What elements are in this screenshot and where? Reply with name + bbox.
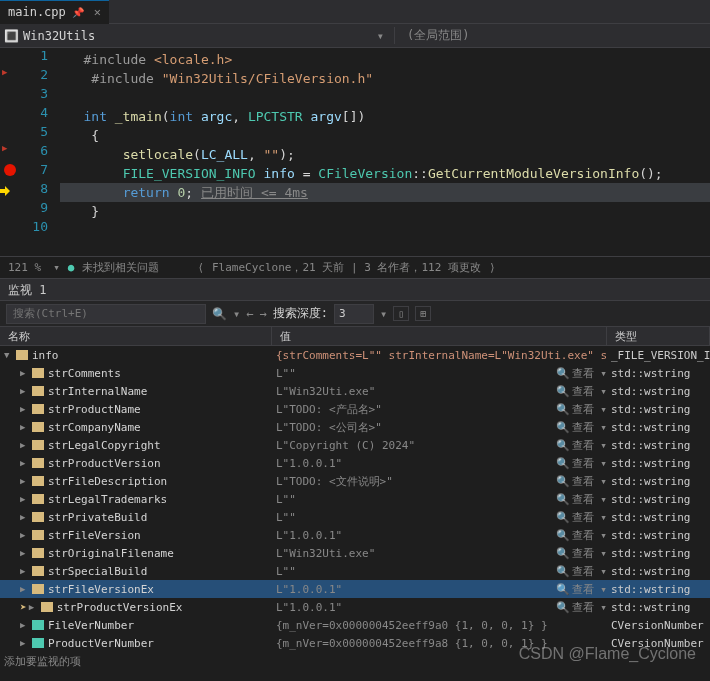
- field-icon: [32, 476, 44, 486]
- close-icon[interactable]: ✕: [94, 5, 101, 19]
- magnify-icon[interactable]: 🔍: [556, 403, 570, 416]
- magnify-icon[interactable]: 🔍: [556, 475, 570, 488]
- nav-back-icon[interactable]: ←: [246, 307, 253, 321]
- watch-row[interactable]: ▶strOriginalFilenameL"Win32Uti.exe"🔍查看 ▾…: [0, 544, 710, 562]
- view-dropdown[interactable]: 查看 ▾: [572, 402, 607, 417]
- watch-row[interactable]: ▶strFileVersionExL"1.0.0.1"🔍查看 ▾std::wst…: [0, 580, 710, 598]
- watch-grid[interactable]: ▼info{strComments=L"" strInternalName=L"…: [0, 346, 710, 652]
- var-type: std::wstring: [607, 385, 710, 398]
- nav-left-icon[interactable]: ⟨: [197, 261, 204, 274]
- codelens-timing[interactable]: 已用时间 <= 4ms: [201, 185, 308, 200]
- watch-panel-title[interactable]: 监视 1: [0, 278, 710, 300]
- scope-module[interactable]: Win32Utils: [23, 29, 95, 43]
- var-value: {strComments=L"" strInternalName=L"Win32…: [276, 349, 607, 362]
- tool-btn-2[interactable]: ⊞: [415, 306, 431, 321]
- expand-icon[interactable]: ▶: [20, 566, 30, 576]
- watch-row[interactable]: ▶strCompanyNameL"TODO: <公司名>"🔍查看 ▾std::w…: [0, 418, 710, 436]
- watch-row[interactable]: ➤▶strProductVersionExL"1.0.0.1"🔍查看 ▾std:…: [0, 598, 710, 616]
- watch-row[interactable]: ▼info{strComments=L"" strInternalName=L"…: [0, 346, 710, 364]
- watch-row[interactable]: ▶strProductVersionL"1.0.0.1"🔍查看 ▾std::ws…: [0, 454, 710, 472]
- watch-row[interactable]: ▶strLegalTrademarksL""🔍查看 ▾std::wstring: [0, 490, 710, 508]
- expand-icon[interactable]: ▼: [4, 350, 14, 360]
- magnify-icon[interactable]: 🔍: [556, 547, 570, 560]
- tool-btn-1[interactable]: ▯: [393, 306, 409, 321]
- view-dropdown[interactable]: 查看 ▾: [572, 438, 607, 453]
- view-dropdown[interactable]: 查看 ▾: [572, 600, 607, 615]
- search-input[interactable]: [6, 304, 206, 324]
- pin-icon[interactable]: 📌: [72, 7, 84, 18]
- view-dropdown[interactable]: 查看 ▾: [572, 366, 607, 381]
- view-dropdown[interactable]: 查看 ▾: [572, 384, 607, 399]
- expand-icon[interactable]: ▶: [20, 422, 30, 432]
- view-dropdown[interactable]: 查看 ▾: [572, 510, 607, 525]
- expand-icon[interactable]: ▶: [20, 494, 30, 504]
- magnify-icon[interactable]: 🔍: [556, 421, 570, 434]
- code-area[interactable]: #include <locale.h> #include "Win32Utils…: [60, 48, 710, 256]
- expand-icon[interactable]: ▶: [20, 638, 30, 648]
- watch-row[interactable]: ▶strProductNameL"TODO: <产品名>"🔍查看 ▾std::w…: [0, 400, 710, 418]
- view-dropdown[interactable]: 查看 ▾: [572, 582, 607, 597]
- view-dropdown[interactable]: 查看 ▾: [572, 420, 607, 435]
- watch-row[interactable]: ▶strInternalNameL"Win32Uti.exe"🔍查看 ▾std:…: [0, 382, 710, 400]
- magnify-icon[interactable]: 🔍: [556, 511, 570, 524]
- search-icon[interactable]: 🔍: [212, 307, 227, 321]
- expand-icon[interactable]: ▶: [29, 602, 39, 612]
- watch-row[interactable]: ▶strFileVersionL"1.0.0.1"🔍查看 ▾std::wstri…: [0, 526, 710, 544]
- file-tab[interactable]: main.cpp 📌 ✕: [0, 0, 109, 24]
- view-dropdown[interactable]: 查看 ▾: [572, 564, 607, 579]
- check-icon: ●: [68, 261, 75, 274]
- zoom-level[interactable]: 121 %: [8, 261, 41, 274]
- expand-icon[interactable]: ▶: [20, 458, 30, 468]
- expand-icon[interactable]: ▶: [20, 476, 30, 486]
- watch-row[interactable]: ▶strFileDescriptionL"TODO: <文件说明>"🔍查看 ▾s…: [0, 472, 710, 490]
- magnify-icon[interactable]: 🔍: [556, 565, 570, 578]
- expand-icon[interactable]: ▶: [20, 584, 30, 594]
- code-editor[interactable]: ▶▶ 12345678910 #include <locale.h> #incl…: [0, 48, 710, 256]
- nav-right-icon[interactable]: ⟩: [489, 261, 496, 274]
- magnify-icon[interactable]: 🔍: [556, 439, 570, 452]
- watch-columns: 名称 值 类型: [0, 326, 710, 346]
- view-dropdown[interactable]: 查看 ▾: [572, 456, 607, 471]
- magnify-icon[interactable]: 🔍: [556, 457, 570, 470]
- expand-icon[interactable]: ▶: [20, 620, 30, 630]
- magnify-icon[interactable]: 🔍: [556, 493, 570, 506]
- magnify-icon[interactable]: 🔍: [556, 367, 570, 380]
- zoom-dropdown-icon[interactable]: ▾: [53, 261, 60, 274]
- magnify-icon[interactable]: 🔍: [556, 583, 570, 596]
- expand-icon[interactable]: ▶: [20, 512, 30, 522]
- magnify-icon[interactable]: 🔍: [556, 529, 570, 542]
- module-icon: 🔳: [4, 29, 19, 43]
- expand-icon[interactable]: ▶: [20, 440, 30, 450]
- col-type[interactable]: 类型: [607, 327, 710, 345]
- status-bar: 121 % ▾ ● 未找到相关问题 ⟨ FlameCyclone，21 天前 |…: [0, 256, 710, 278]
- nav-fwd-icon[interactable]: →: [259, 307, 266, 321]
- expand-icon[interactable]: ▶: [20, 530, 30, 540]
- expand-icon[interactable]: ▶: [20, 548, 30, 558]
- scope-right[interactable]: (全局范围): [394, 27, 469, 44]
- var-type: std::wstring: [607, 421, 710, 434]
- watch-row[interactable]: ▶strPrivateBuildL""🔍查看 ▾std::wstring: [0, 508, 710, 526]
- expand-icon[interactable]: ▶: [20, 404, 30, 414]
- watch-row[interactable]: ▶strSpecialBuildL""🔍查看 ▾std::wstring: [0, 562, 710, 580]
- watch-row[interactable]: ▶FileVerNumber{m_nVer=0x000000452eeff9a0…: [0, 616, 710, 634]
- watch-row[interactable]: ▶strCommentsL""🔍查看 ▾std::wstring: [0, 364, 710, 382]
- expand-icon[interactable]: ▶: [20, 368, 30, 378]
- breakpoint-gutter[interactable]: ▶▶: [0, 48, 20, 256]
- col-name[interactable]: 名称: [0, 327, 272, 345]
- breakpoint-icon[interactable]: [4, 164, 16, 176]
- view-dropdown[interactable]: 查看 ▾: [572, 546, 607, 561]
- expand-icon[interactable]: ▶: [20, 386, 30, 396]
- view-dropdown[interactable]: 查看 ▾: [572, 492, 607, 507]
- dropdown-icon[interactable]: ▾: [377, 29, 384, 43]
- view-dropdown[interactable]: 查看 ▾: [572, 474, 607, 489]
- issues-text[interactable]: 未找到相关问题: [82, 260, 159, 275]
- tab-bar: main.cpp 📌 ✕: [0, 0, 710, 24]
- depth-input[interactable]: [334, 304, 374, 324]
- watch-row[interactable]: ▶strLegalCopyrightL"Copyright (C) 2024"🔍…: [0, 436, 710, 454]
- magnify-icon[interactable]: 🔍: [556, 385, 570, 398]
- var-type: std::wstring: [607, 367, 710, 380]
- view-dropdown[interactable]: 查看 ▾: [572, 528, 607, 543]
- magnify-icon[interactable]: 🔍: [556, 601, 570, 614]
- field-icon: [32, 422, 44, 432]
- col-value[interactable]: 值: [272, 327, 607, 345]
